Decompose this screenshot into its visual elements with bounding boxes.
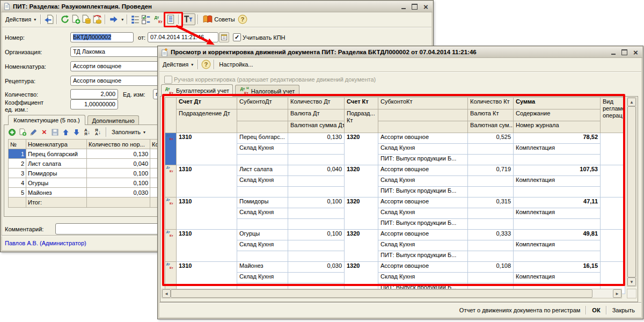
separator	[197, 60, 199, 69]
fill-button[interactable]: Заполнить	[109, 128, 148, 136]
scroll-up-icon[interactable]	[627, 98, 636, 106]
move-down-icon[interactable]	[71, 127, 82, 137]
copy-row-icon[interactable]	[18, 127, 28, 137]
horizontal-scrollbar[interactable]	[162, 289, 622, 298]
separator	[105, 14, 106, 24]
comment-input[interactable]	[55, 223, 164, 235]
components-table: № Номенклатура Количество по нор... Ко 1…	[8, 139, 174, 197]
recipe-label: Рецептура:	[5, 78, 35, 84]
tab-additional[interactable]: Дополнительно	[87, 115, 139, 125]
organization-label: Организация:	[5, 49, 42, 55]
delete-row-icon[interactable]: ×	[39, 127, 49, 137]
separator	[56, 14, 57, 24]
nomenclature-input[interactable]: Ассорти овощное	[70, 61, 163, 71]
scroll-right-icon[interactable]	[613, 289, 621, 298]
separator	[40, 14, 41, 24]
separator	[106, 127, 107, 137]
edit-row-icon[interactable]	[28, 127, 39, 137]
svg-text:?: ?	[204, 61, 208, 68]
help-icon[interactable]: ?	[201, 59, 211, 70]
close-icon[interactable]	[421, 3, 430, 11]
post-document-icon[interactable]	[81, 14, 92, 25]
minimize-icon[interactable]	[399, 3, 408, 11]
scroll-left-icon[interactable]	[162, 289, 171, 298]
coefficient-label-2: ед. изм.:	[5, 106, 28, 113]
close-button[interactable]: Закрыть	[608, 305, 639, 315]
nomenclature-label: Номенклатура:	[5, 63, 46, 70]
window-title: ПИТ: Разделка: Разукомплектация. Проведе…	[13, 3, 397, 10]
scrollbar-corner	[627, 289, 636, 298]
window-title: Просмотр и корректировка движений докуме…	[171, 49, 606, 55]
separator	[127, 14, 128, 24]
separator	[586, 306, 587, 314]
highlight-box-movements-table	[162, 94, 625, 286]
scroll-down-icon[interactable]	[627, 277, 636, 286]
total-label: Итог:	[26, 197, 87, 208]
separator	[214, 60, 215, 69]
table-row[interactable]: 5Майонез0,030	[9, 188, 174, 197]
coefficient-input[interactable]: 1,00000000	[70, 99, 118, 109]
sort-asc-icon[interactable]: АЯ↓	[82, 127, 92, 137]
quantity-label: Количество:	[5, 91, 38, 98]
sort-desc-icon[interactable]: ЯА↓	[93, 127, 103, 137]
table-row[interactable]: 1Перец болгарский0,130	[9, 149, 174, 159]
vertical-scroll-thumb[interactable]	[627, 106, 636, 277]
comment-label: Комментарий:	[5, 226, 43, 232]
col-qty[interactable]: Количество по нор...	[87, 140, 150, 149]
maximize-icon[interactable]	[410, 3, 419, 11]
vertical-scrollbar[interactable]	[627, 97, 636, 287]
actions-menu-button[interactable]: Действия	[160, 60, 195, 69]
kpn-label: Учитывать КПН	[243, 34, 286, 41]
movements-window-titlebar[interactable]: Просмотр и корректировка движений докуме…	[158, 47, 642, 58]
document-structure-icon[interactable]	[130, 14, 141, 25]
close-icon[interactable]	[631, 48, 640, 56]
movements-toolbar: Действия ? Настройка...	[159, 57, 641, 72]
move-up-icon[interactable]	[61, 127, 71, 137]
horizontal-scroll-thumb[interactable]	[171, 289, 592, 298]
kpn-checkbox[interactable]	[233, 33, 241, 41]
table-row[interactable]: 2Лист салата0,040	[9, 159, 174, 169]
maximize-icon[interactable]	[620, 48, 629, 56]
cancel-posting-icon[interactable]	[92, 14, 103, 25]
help-icon[interactable]: ?	[237, 14, 248, 25]
table-row[interactable]: 4Огурцы0,100	[9, 178, 174, 188]
movements-doc-icon	[160, 48, 169, 56]
refresh-icon[interactable]	[60, 14, 70, 25]
actions-menu-button[interactable]: Действия	[3, 15, 38, 24]
number-input[interactable]: БКТДЛ000002	[70, 32, 134, 42]
add-row-icon[interactable]	[7, 127, 17, 137]
copy-document-icon[interactable]	[70, 14, 81, 25]
minimize-icon[interactable]	[609, 48, 618, 56]
separator	[606, 306, 607, 314]
manual-adjustment-checkbox[interactable]	[164, 76, 172, 84]
current-user: Павлов А.В. (Администратор)	[5, 240, 86, 246]
tab-components[interactable]: Комплектующие (5 поз.)	[8, 115, 85, 125]
manual-adjustment-label: Ручная корректировка (разрешает редактир…	[174, 76, 376, 83]
quantity-input[interactable]: 2,000	[70, 89, 118, 99]
report-movements-button[interactable]: Отчет о движениях документа по регистрам	[455, 305, 585, 315]
document-window-titlebar[interactable]: ПИТ: Разделка: Разукомплектация. Проведе…	[1, 1, 433, 12]
components-toolbar: × АЯ↓ ЯА↓ Заполнить	[7, 127, 148, 137]
end-edit-icon[interactable]	[50, 127, 60, 137]
organization-input[interactable]: ТД Лакомка	[70, 47, 163, 57]
col-num[interactable]: №	[9, 140, 26, 149]
date-label: от:	[138, 34, 145, 41]
svg-text:?: ?	[240, 16, 244, 23]
ok-button[interactable]: ОК	[588, 305, 604, 315]
components-total-row: Итог:	[8, 197, 174, 208]
output-icon[interactable]	[108, 13, 125, 25]
unit-label: Ед. изм:	[123, 91, 145, 98]
coefficient-label: Коэффициент	[5, 99, 43, 106]
components-header-row: № Номенклатура Количество по нор... Ко	[9, 140, 174, 149]
save-and-close-icon[interactable]	[43, 14, 54, 25]
number-label: Номер:	[5, 34, 25, 41]
recipe-input[interactable]: Ассорти овощное	[70, 76, 163, 86]
highlight-arrow	[169, 21, 223, 48]
posting-marks-icon[interactable]	[141, 14, 151, 25]
col-name[interactable]: Номенклатура	[26, 140, 87, 149]
settings-button[interactable]: Настройка...	[217, 60, 255, 69]
movements-footer: Отчет о движениях документа по регистрам…	[159, 302, 641, 318]
document-icon	[3, 3, 11, 10]
table-row[interactable]: 3Помидоры0,100	[9, 169, 174, 178]
